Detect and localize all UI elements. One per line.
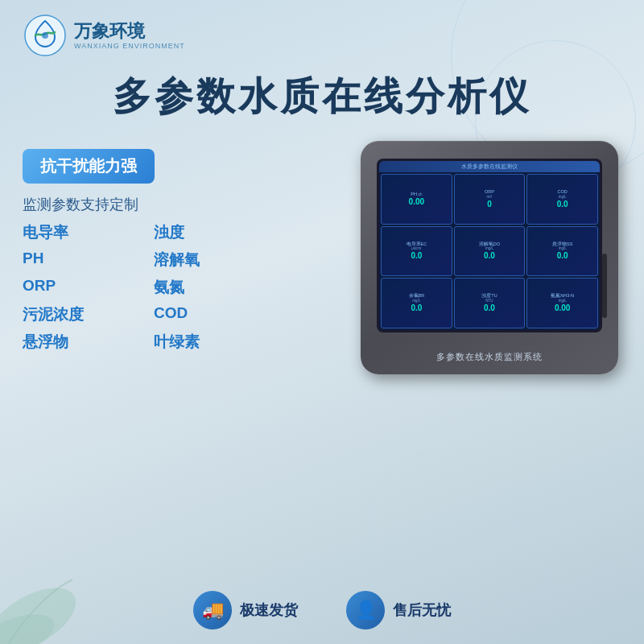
bottom-item-delivery: 🚚 极速发货 xyxy=(193,591,298,630)
feature-item-3: 溶解氧 xyxy=(154,250,272,270)
cell-br-value: 0.0 xyxy=(411,303,422,312)
cell-tu-unit: NTU xyxy=(485,299,493,303)
cell-do-unit: mg/L xyxy=(485,246,493,250)
screen-cell-orp: ORP mV 0 xyxy=(454,174,526,225)
cell-do-value: 0.0 xyxy=(484,251,495,260)
cell-ph-label: PH ph xyxy=(411,192,422,197)
cell-cod-value: 0.0 xyxy=(557,200,568,208)
feature-item-6: 污泥浓度 xyxy=(23,304,141,325)
cell-nh3-label: 氨氮NH3-N xyxy=(551,293,574,299)
screen-title: 水质多参数在线监测仪 xyxy=(379,161,600,172)
device-body: 水质多参数在线监测仪 PH ph 0.00 ORP mV 0 xyxy=(361,141,618,374)
cell-ss-label: 悬浮物SS xyxy=(552,242,572,247)
logo-text: 万象环境 WANXIANG ENVIRONMENT xyxy=(74,21,185,50)
feature-item-0: 电导率 xyxy=(23,222,141,243)
delivery-text: 极速发货 xyxy=(240,601,298,620)
screen-cell-ss: 悬浮物SS mg/L 0.0 xyxy=(526,226,598,277)
cell-tu-label: 浊度TU xyxy=(481,293,497,299)
feature-item-9: 叶绿素 xyxy=(154,332,272,353)
screen-cell-do: 溶解氧DO mg/L 0.0 xyxy=(454,226,526,277)
feature-panel: 抗干扰能力强 监测参数支持定制 电导率 浊度 PH 溶解氧 ORP 氨氮 污泥浓… xyxy=(23,149,272,353)
logo-icon xyxy=(24,14,66,56)
cell-do-label: 溶解氧DO xyxy=(479,242,500,247)
screen-cell-ec: 电导率EC μs/cm 0.0 xyxy=(381,226,452,277)
cell-ph-value: 0.00 xyxy=(409,197,424,206)
feature-item-8: 悬浮物 xyxy=(23,332,141,353)
logo-english: WANXIANG ENVIRONMENT xyxy=(74,42,185,50)
cell-ss-unit: mg/L xyxy=(559,246,567,250)
device-cable xyxy=(602,254,607,318)
header: 万象环境 WANXIANG ENVIRONMENT xyxy=(24,14,185,56)
device-bottom-label: 多参数在线水质监测系统 xyxy=(361,351,618,363)
screen-cell-nh3: 氨氮NH3-N mg/L 0.00 xyxy=(526,278,598,328)
delivery-icon: 🚚 xyxy=(193,591,232,630)
cell-ec-label: 电导率EC xyxy=(407,242,427,247)
screen-cell-tu: 浊度TU NTU 0.0 xyxy=(454,278,526,328)
cell-br-unit: mg/L xyxy=(412,299,420,303)
service-icon: 👤 xyxy=(346,591,385,630)
svg-point-1 xyxy=(42,32,48,39)
cell-orp-label: ORP xyxy=(485,189,494,195)
feature-item-4: ORP xyxy=(23,277,141,298)
cell-cod-label: COD xyxy=(558,189,568,195)
bottom-item-service: 👤 售后无忧 xyxy=(346,591,451,630)
leaf-decoration xyxy=(0,515,121,644)
screen-cell-cod: COD mg/L 0.0 xyxy=(526,174,598,225)
screen-grid: PH ph 0.00 ORP mV 0 COD mg/L 0.0 xyxy=(379,172,600,330)
cell-orp-value: 0 xyxy=(487,200,492,208)
feature-item-7: COD xyxy=(154,304,272,325)
device-screen-frame: 水质多参数在线监测仪 PH ph 0.00 ORP mV 0 xyxy=(377,159,602,332)
cell-tu-value: 0.0 xyxy=(484,303,495,312)
cell-ec-value: 0.0 xyxy=(411,251,422,260)
screen-cell-br: 余氯BR mg/L 0.0 xyxy=(381,278,452,328)
cell-nh3-unit: mg/L xyxy=(559,299,567,303)
feature-grid: 电导率 浊度 PH 溶解氧 ORP 氨氮 污泥浓度 COD 悬浮物 叶绿素 xyxy=(23,222,272,353)
service-text: 售后无忧 xyxy=(393,601,451,620)
cell-nh3-value: 0.00 xyxy=(555,303,570,312)
logo-chinese: 万象环境 xyxy=(74,21,185,42)
cell-br-label: 余氯BR xyxy=(409,293,425,299)
device-screen: 水质多参数在线监测仪 PH ph 0.00 ORP mV 0 xyxy=(379,161,600,330)
screen-cell-ph: PH ph 0.00 xyxy=(381,174,452,225)
device-wrapper: 水质多参数在线监测仪 PH ph 0.00 ORP mV 0 xyxy=(353,141,626,407)
feature-item-2: PH xyxy=(23,250,141,270)
feature-item-1: 浊度 xyxy=(154,222,272,243)
support-line: 监测参数支持定制 xyxy=(23,195,272,214)
cell-ec-unit: μs/cm xyxy=(411,246,421,250)
feature-item-5: 氨氮 xyxy=(154,277,272,298)
cell-ss-value: 0.0 xyxy=(557,251,568,260)
cell-cod-unit: mg/L xyxy=(559,195,567,199)
highlight-badge: 抗干扰能力强 xyxy=(23,149,155,184)
main-title: 多参数水质在线分析仪 xyxy=(0,71,644,122)
cell-orp-unit: mV xyxy=(487,195,493,199)
